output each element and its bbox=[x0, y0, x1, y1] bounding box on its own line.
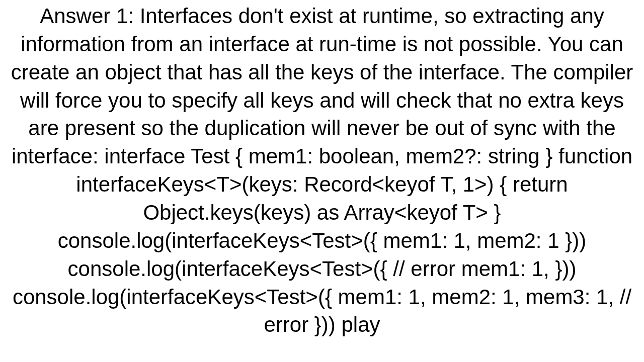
answer-text: Answer 1: Interfaces don't exist at runt… bbox=[5, 0, 639, 339]
